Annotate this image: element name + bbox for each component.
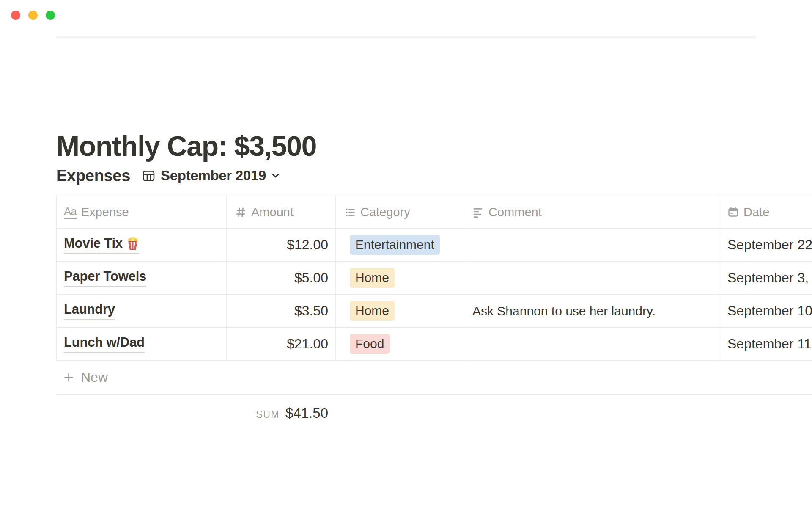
table-row: Laundry$3.50HomeAsk Shannon to use her l… xyxy=(56,295,812,328)
category-badge: Food xyxy=(350,334,390,354)
column-header-comment[interactable]: Comment xyxy=(464,196,719,228)
expense-cell[interactable]: Paper Towels xyxy=(57,262,227,294)
window-controls xyxy=(11,11,55,20)
column-label: Category xyxy=(360,205,410,219)
amount-value: $21.00 xyxy=(287,336,328,352)
amount-cell[interactable]: $21.00 xyxy=(227,328,336,360)
toolbar-divider xyxy=(56,36,756,38)
new-row-label: New xyxy=(81,370,108,385)
amount-cell[interactable]: $3.50 xyxy=(227,295,336,327)
view-name: September 2019 xyxy=(161,168,266,184)
column-header-expense[interactable]: AaExpense xyxy=(57,196,227,228)
category-cell[interactable]: Home xyxy=(336,295,464,327)
column-header-date[interactable]: Date xyxy=(719,196,812,228)
hash-icon xyxy=(235,207,247,218)
column-label: Expense xyxy=(81,205,129,219)
expense-title-link: Lunch w/Dad xyxy=(64,335,145,352)
column-label: Amount xyxy=(251,205,294,219)
new-row-button[interactable]: New xyxy=(56,361,812,395)
expense-title-link: Laundry xyxy=(64,302,115,319)
list-icon xyxy=(344,207,356,218)
plus-icon xyxy=(63,372,74,383)
expense-title-text: Movie Tix xyxy=(64,236,123,251)
expenses-table: AaExpenseAmountCategoryCommentDateMovie … xyxy=(56,196,812,395)
table-row: Paper Towels$5.00HomeSeptember 3, 2019 xyxy=(56,262,812,295)
amount-cell[interactable]: $5.00 xyxy=(227,262,336,294)
category-cell[interactable]: Food xyxy=(336,328,464,360)
column-label: Date xyxy=(743,205,769,219)
column-header-category[interactable]: Category xyxy=(336,196,464,228)
view-switcher[interactable]: September 2019 xyxy=(142,168,280,184)
expense-title-text: Paper Towels xyxy=(64,269,146,284)
database-header: Expenses September 2019 xyxy=(56,166,280,185)
column-label: Comment xyxy=(488,205,542,219)
calendar-icon xyxy=(727,207,739,218)
table-row: Lunch w/Dad$21.00FoodSeptember 11, 2019 xyxy=(56,328,812,361)
comment-cell[interactable] xyxy=(464,229,719,261)
text-lines-icon xyxy=(472,207,484,218)
expense-title-text: Lunch w/Dad xyxy=(64,335,145,350)
expense-cell[interactable]: Movie Tix xyxy=(57,229,227,261)
table-view-icon xyxy=(142,169,155,182)
sum-row: SUM $41.50 xyxy=(56,395,335,431)
comment-cell[interactable] xyxy=(464,262,719,294)
category-badge: Home xyxy=(350,301,395,321)
text-style-icon: Aa xyxy=(64,206,77,219)
amount-value: $12.00 xyxy=(287,237,328,253)
category-badge: Home xyxy=(350,268,395,288)
table-row: Movie Tix$12.00EntertainmentSeptember 22… xyxy=(56,229,812,262)
minimize-button[interactable] xyxy=(28,11,38,20)
sum-value: $41.50 xyxy=(285,405,328,421)
expense-title-text: Laundry xyxy=(64,302,115,317)
date-cell[interactable]: September 11, 2019 xyxy=(719,328,812,360)
amount-cell[interactable]: $12.00 xyxy=(227,229,336,261)
popcorn-emoji xyxy=(126,237,139,251)
column-header-amount[interactable]: Amount xyxy=(227,196,336,228)
category-cell[interactable]: Home xyxy=(336,262,464,294)
expense-title-link: Paper Towels xyxy=(64,269,146,286)
date-cell[interactable]: September 3, 2019 xyxy=(719,262,812,294)
table-header-row: AaExpenseAmountCategoryCommentDate xyxy=(56,196,812,229)
category-cell[interactable]: Entertainment xyxy=(336,229,464,261)
page-title[interactable]: Monthly Cap: $3,500 xyxy=(56,130,316,163)
date-cell[interactable]: September 22, 2019 xyxy=(719,229,812,261)
amount-value: $3.50 xyxy=(294,303,328,319)
amount-value: $5.00 xyxy=(294,270,328,286)
date-text: September 3, 2019 xyxy=(727,270,812,286)
comment-cell[interactable]: Ask Shannon to use her laundry. xyxy=(464,295,719,327)
expense-title-link: Movie Tix xyxy=(64,236,139,253)
database-title[interactable]: Expenses xyxy=(56,167,130,185)
category-badge: Entertainment xyxy=(350,235,440,255)
chevron-down-icon xyxy=(272,173,280,178)
sum-label: SUM xyxy=(256,409,280,420)
date-text: September 22, 2019 xyxy=(727,237,812,253)
sum-calculation-button[interactable]: SUM $41.50 xyxy=(256,405,328,421)
date-text: September 11, 2019 xyxy=(727,336,812,352)
expense-cell[interactable]: Laundry xyxy=(57,295,227,327)
date-text: September 10, 2019 xyxy=(727,303,812,319)
comment-text: Ask Shannon to use her laundry. xyxy=(472,304,656,318)
close-button[interactable] xyxy=(11,11,20,20)
expense-cell[interactable]: Lunch w/Dad xyxy=(57,328,227,360)
comment-cell[interactable] xyxy=(464,328,719,360)
zoom-button[interactable] xyxy=(46,11,55,20)
date-cell[interactable]: September 10, 2019 xyxy=(719,295,812,327)
